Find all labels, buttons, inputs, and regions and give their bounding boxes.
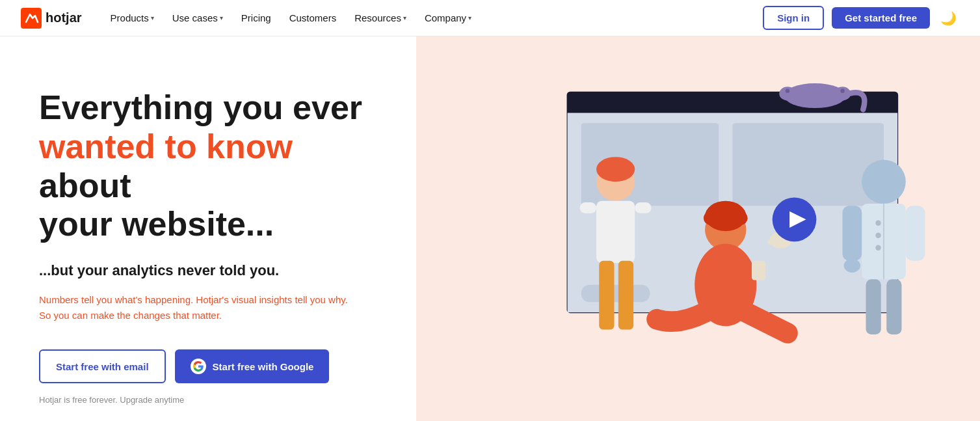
hero-section: Everything you ever wanted to know about…: [0, 36, 980, 421]
nav-pricing[interactable]: Pricing: [233, 7, 279, 29]
dark-mode-toggle[interactable]: 🌙: [938, 8, 959, 29]
svg-point-22: [715, 205, 729, 219]
nav-customers[interactable]: Customers: [282, 7, 345, 29]
svg-rect-36: [906, 206, 925, 261]
hero-description: Numbers tell you what's happening. Hotja…: [39, 292, 351, 323]
hero-footnote: Hotjar is free forever. Upgrade anytime: [39, 395, 377, 405]
svg-rect-18: [635, 202, 651, 213]
svg-rect-6: [581, 285, 650, 302]
svg-point-32: [875, 220, 881, 225]
svg-rect-15: [599, 261, 614, 330]
hero-buttons: Start free with email Start free with Go…: [39, 349, 377, 383]
chevron-down-icon: ▾: [403, 14, 406, 21]
logo-text: hotjar: [46, 10, 82, 25]
hero-title: Everything you ever wanted to know about…: [39, 88, 377, 244]
svg-rect-26: [752, 261, 765, 280]
svg-point-33: [875, 232, 881, 238]
svg-point-11: [840, 88, 844, 92]
svg-rect-38: [866, 279, 881, 334]
svg-rect-35: [843, 206, 862, 261]
nav-use-cases[interactable]: Use cases ▾: [165, 7, 231, 29]
chevron-down-icon: ▾: [220, 14, 223, 21]
svg-point-21: [704, 211, 717, 225]
start-email-button[interactable]: Start free with email: [39, 349, 166, 383]
svg-point-24: [734, 211, 747, 225]
nav-actions: Sign in Get started free 🌙: [763, 6, 959, 30]
google-icon: [191, 359, 206, 374]
start-google-button[interactable]: Start free with Google: [175, 349, 330, 383]
signin-button[interactable]: Sign in: [763, 6, 824, 30]
svg-rect-5: [732, 123, 884, 206]
svg-point-29: [862, 159, 906, 204]
nav-products[interactable]: Products ▾: [103, 7, 162, 29]
svg-point-10: [786, 88, 789, 92]
hero-subtitle: ...but your analytics never told you.: [39, 262, 377, 279]
svg-rect-16: [618, 261, 633, 330]
svg-rect-14: [596, 201, 635, 263]
svg-rect-0: [21, 8, 42, 29]
navigation: hotjar Products ▾ Use cases ▾ Pricing Cu…: [0, 0, 980, 36]
nav-resources[interactable]: Resources ▾: [347, 7, 414, 29]
get-started-button[interactable]: Get started free: [832, 7, 930, 29]
svg-point-28: [767, 239, 773, 245]
logo[interactable]: hotjar: [21, 8, 82, 29]
hero-left: Everything you ever wanted to know about…: [0, 36, 416, 421]
nav-links: Products ▾ Use cases ▾ Pricing Customers…: [103, 7, 763, 29]
hero-illustration: [416, 36, 980, 421]
chevron-down-icon: ▾: [468, 14, 471, 21]
svg-point-34: [875, 245, 881, 250]
nav-company[interactable]: Company ▾: [417, 7, 479, 29]
svg-rect-39: [886, 279, 901, 334]
chevron-down-icon: ▾: [151, 14, 154, 21]
svg-rect-17: [580, 202, 596, 213]
svg-point-13: [596, 157, 635, 182]
svg-point-37: [844, 259, 860, 273]
